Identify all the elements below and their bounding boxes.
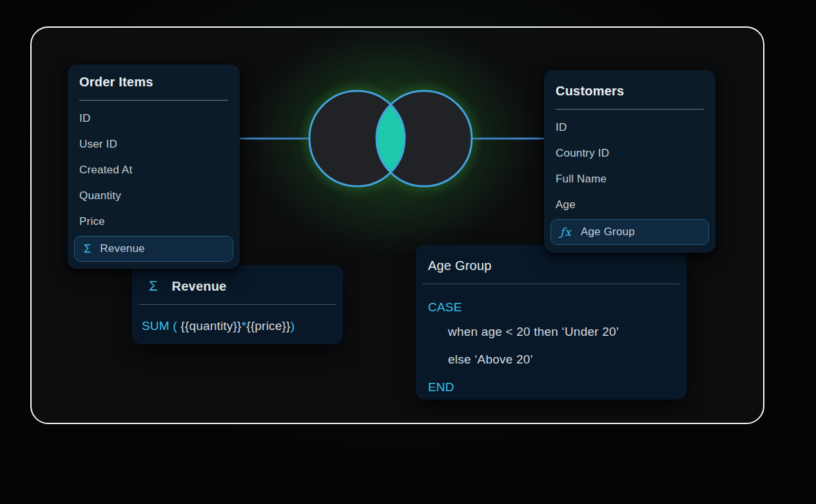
- card-title-customers: Customers: [556, 83, 704, 99]
- field-row-country-id[interactable]: Country ID: [544, 141, 715, 166]
- field-row-revenue[interactable]: Σ Revenue: [74, 236, 233, 262]
- sigma-icon: Σ: [149, 278, 158, 295]
- field-row-id[interactable]: ID: [68, 106, 240, 131]
- field-row-id[interactable]: ID: [544, 115, 715, 141]
- formula-segment: {{quantity}}: [180, 319, 241, 333]
- field-list: ID User ID Created At Quantity Price Σ R…: [68, 106, 240, 262]
- table-card-order-items: Order Items ID User ID Created At Quanti…: [68, 64, 240, 269]
- card-title-order-items: Order Items: [79, 74, 228, 90]
- field-label: Revenue: [100, 242, 144, 255]
- field-row-created-at[interactable]: Created At: [68, 157, 240, 183]
- case-expression: CASE when age < 20 then ‘Under 20’ else …: [416, 284, 686, 400]
- formula-segment: SUM (: [142, 319, 180, 333]
- case-panel-title: Age Group: [428, 257, 492, 274]
- sigma-icon: Σ: [84, 242, 91, 256]
- formula-expression: SUM ( {{quantity}}*{{price}}): [132, 305, 343, 333]
- field-row-user-id[interactable]: User ID: [68, 131, 240, 157]
- field-row-full-name[interactable]: Full Name: [544, 166, 715, 192]
- field-row-age-group[interactable]: ƒx Age Group: [550, 219, 709, 245]
- field-row-quantity[interactable]: Quantity: [68, 183, 240, 209]
- field-label: Age Group: [581, 226, 635, 238]
- fx-icon: ƒx: [560, 226, 572, 238]
- code-line-case: CASE: [428, 295, 679, 320]
- canvas: { "colors": { "accent": "#3bc0e8", "conn…: [0, 0, 816, 504]
- age-group-formula-popover: Age Group CASE when age < 20 then ‘Under…: [416, 245, 686, 400]
- field-row-age[interactable]: Age: [544, 192, 715, 218]
- app-frame: Σ Revenue SUM ( {{quantity}}*{{price}}) …: [30, 26, 764, 424]
- formula-panel-title: Revenue: [172, 278, 227, 295]
- divider: [556, 109, 704, 110]
- field-row-price[interactable]: Price: [68, 209, 240, 235]
- divider: [79, 100, 228, 101]
- formula-segment: ): [291, 319, 295, 333]
- code-line-else: else ‘Above 20’: [428, 347, 679, 372]
- code-line-end: END: [428, 375, 679, 400]
- venn-join-diagram[interactable]: [233, 79, 549, 199]
- table-card-customers: Customers ID Country ID Full Name Age ƒx…: [544, 70, 715, 253]
- formula-segment: {{price}}: [246, 319, 290, 333]
- formula-panel-header: Σ Revenue: [132, 265, 343, 295]
- revenue-formula-popover: Σ Revenue SUM ( {{quantity}}*{{price}}): [132, 265, 343, 344]
- code-line-when: when age < 20 then ‘Under 20’: [428, 320, 679, 344]
- field-list: ID Country ID Full Name Age ƒx Age Group: [544, 115, 715, 245]
